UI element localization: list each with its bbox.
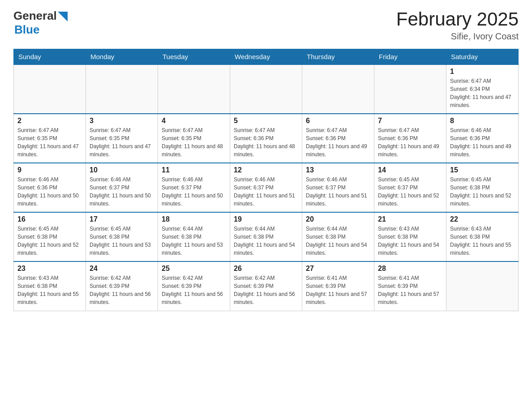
day-sun-info: Sunrise: 6:47 AM Sunset: 6:36 PM Dayligh… <box>234 126 298 158</box>
day-number: 6 <box>306 117 370 125</box>
calendar-cell: 17Sunrise: 6:45 AM Sunset: 6:38 PM Dayli… <box>86 212 158 261</box>
day-sun-info: Sunrise: 6:42 AM Sunset: 6:39 PM Dayligh… <box>234 274 298 306</box>
calendar-week-row: 1Sunrise: 6:47 AM Sunset: 6:34 PM Daylig… <box>14 64 519 114</box>
calendar-week-row: 23Sunrise: 6:43 AM Sunset: 6:38 PM Dayli… <box>14 261 519 311</box>
day-sun-info: Sunrise: 6:41 AM Sunset: 6:39 PM Dayligh… <box>306 274 370 306</box>
calendar-cell <box>230 64 302 114</box>
day-sun-info: Sunrise: 6:45 AM Sunset: 6:38 PM Dayligh… <box>450 176 515 208</box>
day-number: 21 <box>378 215 442 223</box>
month-title: February 2025 <box>396 9 519 30</box>
day-number: 22 <box>450 215 515 223</box>
calendar-cell: 22Sunrise: 6:43 AM Sunset: 6:38 PM Dayli… <box>446 212 519 261</box>
calendar-cell: 13Sunrise: 6:46 AM Sunset: 6:37 PM Dayli… <box>302 163 374 212</box>
day-number: 1 <box>450 68 515 76</box>
day-of-week-header: Thursday <box>302 49 374 65</box>
calendar-cell: 10Sunrise: 6:46 AM Sunset: 6:37 PM Dayli… <box>86 163 158 212</box>
day-number: 5 <box>234 117 298 125</box>
day-number: 12 <box>234 166 298 174</box>
calendar-week-row: 2Sunrise: 6:47 AM Sunset: 6:35 PM Daylig… <box>14 114 519 163</box>
calendar-cell <box>302 64 374 114</box>
calendar-cell: 8Sunrise: 6:46 AM Sunset: 6:36 PM Daylig… <box>446 114 519 163</box>
day-sun-info: Sunrise: 6:41 AM Sunset: 6:39 PM Dayligh… <box>378 274 442 306</box>
day-number: 25 <box>162 265 226 273</box>
day-number: 3 <box>90 117 154 125</box>
calendar-cell: 23Sunrise: 6:43 AM Sunset: 6:38 PM Dayli… <box>14 261 86 311</box>
day-sun-info: Sunrise: 6:43 AM Sunset: 6:38 PM Dayligh… <box>450 225 515 257</box>
day-of-week-header: Wednesday <box>230 49 302 65</box>
day-sun-info: Sunrise: 6:45 AM Sunset: 6:37 PM Dayligh… <box>378 176 442 208</box>
day-sun-info: Sunrise: 6:44 AM Sunset: 6:38 PM Dayligh… <box>306 225 370 257</box>
calendar-cell <box>86 64 158 114</box>
logo-blue-text: Blue <box>14 23 39 37</box>
calendar-cell <box>374 64 446 114</box>
day-number: 13 <box>306 166 370 174</box>
day-of-week-header: Tuesday <box>158 49 230 65</box>
title-block: February 2025 Sifie, Ivory Coast <box>396 9 519 42</box>
calendar-cell <box>446 261 519 311</box>
day-number: 27 <box>306 265 370 273</box>
day-sun-info: Sunrise: 6:44 AM Sunset: 6:38 PM Dayligh… <box>162 225 226 257</box>
day-number: 24 <box>90 265 154 273</box>
day-sun-info: Sunrise: 6:46 AM Sunset: 6:36 PM Dayligh… <box>17 176 82 208</box>
calendar-cell: 28Sunrise: 6:41 AM Sunset: 6:39 PM Dayli… <box>374 261 446 311</box>
day-number: 11 <box>162 166 226 174</box>
calendar-week-row: 9Sunrise: 6:46 AM Sunset: 6:36 PM Daylig… <box>14 163 519 212</box>
day-number: 20 <box>306 215 370 223</box>
day-number: 18 <box>162 215 226 223</box>
day-number: 28 <box>378 265 442 273</box>
day-sun-info: Sunrise: 6:45 AM Sunset: 6:38 PM Dayligh… <box>17 225 82 257</box>
calendar-week-row: 16Sunrise: 6:45 AM Sunset: 6:38 PM Dayli… <box>14 212 519 261</box>
day-sun-info: Sunrise: 6:46 AM Sunset: 6:37 PM Dayligh… <box>306 176 370 208</box>
calendar-cell: 12Sunrise: 6:46 AM Sunset: 6:37 PM Dayli… <box>230 163 302 212</box>
calendar-cell: 25Sunrise: 6:42 AM Sunset: 6:39 PM Dayli… <box>158 261 230 311</box>
day-sun-info: Sunrise: 6:42 AM Sunset: 6:39 PM Dayligh… <box>90 274 154 306</box>
calendar-table: SundayMondayTuesdayWednesdayThursdayFrid… <box>13 49 519 311</box>
day-sun-info: Sunrise: 6:43 AM Sunset: 6:38 PM Dayligh… <box>17 274 82 306</box>
day-of-week-header: Monday <box>86 49 158 65</box>
logo-arrow-icon <box>58 12 68 21</box>
day-number: 7 <box>378 117 442 125</box>
day-number: 19 <box>234 215 298 223</box>
day-sun-info: Sunrise: 6:44 AM Sunset: 6:38 PM Dayligh… <box>234 225 298 257</box>
calendar-cell: 16Sunrise: 6:45 AM Sunset: 6:38 PM Dayli… <box>14 212 86 261</box>
calendar-cell: 15Sunrise: 6:45 AM Sunset: 6:38 PM Dayli… <box>446 163 519 212</box>
calendar-cell: 11Sunrise: 6:46 AM Sunset: 6:37 PM Dayli… <box>158 163 230 212</box>
calendar-cell <box>158 64 230 114</box>
calendar-cell: 5Sunrise: 6:47 AM Sunset: 6:36 PM Daylig… <box>230 114 302 163</box>
calendar-cell: 20Sunrise: 6:44 AM Sunset: 6:38 PM Dayli… <box>302 212 374 261</box>
day-number: 9 <box>17 166 82 174</box>
day-number: 2 <box>17 117 82 125</box>
calendar-cell: 1Sunrise: 6:47 AM Sunset: 6:34 PM Daylig… <box>446 64 519 114</box>
day-sun-info: Sunrise: 6:46 AM Sunset: 6:37 PM Dayligh… <box>90 176 154 208</box>
calendar-cell: 4Sunrise: 6:47 AM Sunset: 6:35 PM Daylig… <box>158 114 230 163</box>
calendar-cell: 18Sunrise: 6:44 AM Sunset: 6:38 PM Dayli… <box>158 212 230 261</box>
day-number: 15 <box>450 166 515 174</box>
day-sun-info: Sunrise: 6:46 AM Sunset: 6:37 PM Dayligh… <box>162 176 226 208</box>
calendar-cell: 14Sunrise: 6:45 AM Sunset: 6:37 PM Dayli… <box>374 163 446 212</box>
day-number: 8 <box>450 117 515 125</box>
calendar-cell: 7Sunrise: 6:47 AM Sunset: 6:36 PM Daylig… <box>374 114 446 163</box>
calendar-cell: 27Sunrise: 6:41 AM Sunset: 6:39 PM Dayli… <box>302 261 374 311</box>
logo-general-text: General <box>13 9 57 23</box>
day-number: 23 <box>17 265 82 273</box>
day-sun-info: Sunrise: 6:47 AM Sunset: 6:35 PM Dayligh… <box>90 126 154 158</box>
page-header: General Blue February 2025 Sifie, Ivory … <box>13 9 519 42</box>
day-sun-info: Sunrise: 6:47 AM Sunset: 6:36 PM Dayligh… <box>306 126 370 158</box>
calendar-header-row: SundayMondayTuesdayWednesdayThursdayFrid… <box>14 49 519 65</box>
day-number: 14 <box>378 166 442 174</box>
day-number: 16 <box>17 215 82 223</box>
calendar-cell: 9Sunrise: 6:46 AM Sunset: 6:36 PM Daylig… <box>14 163 86 212</box>
day-sun-info: Sunrise: 6:42 AM Sunset: 6:39 PM Dayligh… <box>162 274 226 306</box>
calendar-cell: 2Sunrise: 6:47 AM Sunset: 6:35 PM Daylig… <box>14 114 86 163</box>
day-sun-info: Sunrise: 6:46 AM Sunset: 6:36 PM Dayligh… <box>450 126 515 158</box>
day-number: 4 <box>162 117 226 125</box>
day-sun-info: Sunrise: 6:47 AM Sunset: 6:36 PM Dayligh… <box>378 126 442 158</box>
day-sun-info: Sunrise: 6:47 AM Sunset: 6:34 PM Dayligh… <box>450 77 515 109</box>
day-sun-info: Sunrise: 6:45 AM Sunset: 6:38 PM Dayligh… <box>90 225 154 257</box>
day-sun-info: Sunrise: 6:46 AM Sunset: 6:37 PM Dayligh… <box>234 176 298 208</box>
day-sun-info: Sunrise: 6:47 AM Sunset: 6:35 PM Dayligh… <box>17 126 82 158</box>
location-subtitle: Sifie, Ivory Coast <box>396 31 519 42</box>
logo: General Blue <box>13 9 68 37</box>
day-number: 17 <box>90 215 154 223</box>
calendar-cell: 24Sunrise: 6:42 AM Sunset: 6:39 PM Dayli… <box>86 261 158 311</box>
